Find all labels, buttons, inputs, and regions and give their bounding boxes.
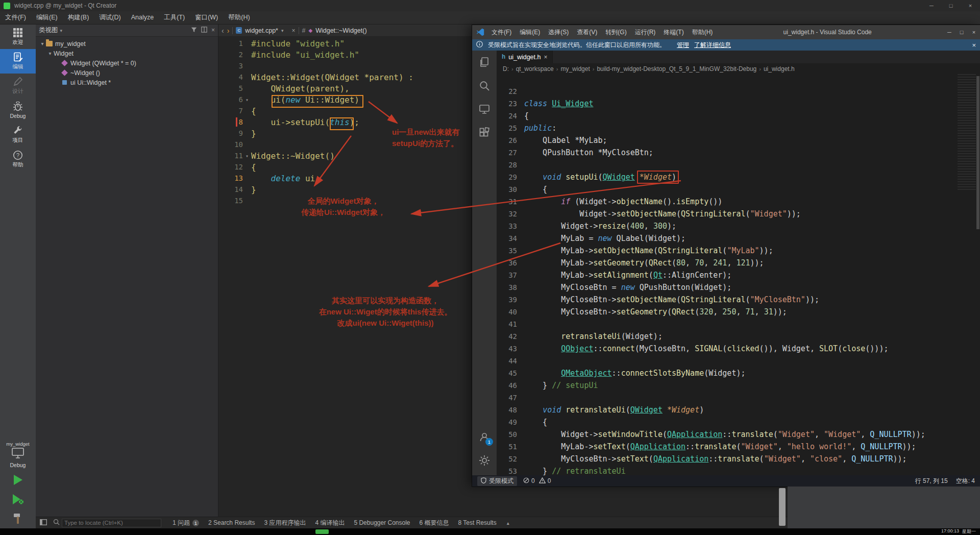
settings-gear-icon[interactable] bbox=[472, 449, 497, 472]
code-line[interactable]: 42 retranslateUi(Widget); bbox=[497, 330, 956, 343]
expander-icon[interactable]: ▾ bbox=[39, 41, 46, 46]
scrollbar-thumb[interactable] bbox=[976, 76, 979, 229]
output-pane-button[interactable]: 8 Test Results bbox=[458, 519, 497, 527]
open-document-selector[interactable]: widget.cpp* bbox=[245, 27, 278, 34]
code-line[interactable]: 34 MyLab = new QLabel(Widget); bbox=[497, 232, 956, 245]
cursor-position-status[interactable]: 行 57, 列 15 bbox=[915, 477, 948, 485]
code-line[interactable]: 1#include "widget.h" bbox=[218, 38, 472, 49]
code-line[interactable]: 27 QPushButton *MyCloseBtn; bbox=[497, 147, 956, 159]
mode-design[interactable]: 设计 bbox=[0, 74, 36, 98]
back-icon[interactable]: ‹ bbox=[222, 27, 224, 34]
vscode-menu-item[interactable]: 转到(G) bbox=[601, 26, 630, 39]
vscode-menu-item[interactable]: 文件(F) bbox=[487, 26, 516, 39]
code-line[interactable]: 33 Widget->resize(400, 300); bbox=[497, 220, 956, 232]
minimize-button[interactable]: ─ bbox=[943, 25, 955, 39]
qt-menu-item[interactable]: 编辑(E) bbox=[31, 11, 63, 24]
breadcrumb-item[interactable]: qt_workspace bbox=[516, 65, 554, 72]
code-line[interactable]: 44 bbox=[497, 355, 956, 367]
code-line[interactable]: 38 MyCloseBtn = new QPushButton(Widget); bbox=[497, 281, 956, 294]
symbol-selector[interactable]: Widget::~Widget() bbox=[315, 27, 366, 34]
code-line[interactable]: 41 bbox=[497, 318, 956, 330]
explorer-icon[interactable] bbox=[472, 51, 497, 74]
output-pane-button[interactable]: 6 概要信息 bbox=[420, 519, 449, 527]
code-line[interactable]: 53 } // retranslateUi bbox=[497, 465, 956, 475]
code-line[interactable]: 14} bbox=[218, 184, 472, 195]
close-button[interactable]: × bbox=[968, 25, 980, 39]
indentation-status[interactable]: 空格: 4 bbox=[956, 477, 975, 485]
tree-item-ui-ui-widget[interactable]: ui Ui::Widget * bbox=[36, 78, 218, 87]
tab-ui-widget-h[interactable]: h ui_widget.h × bbox=[497, 51, 553, 63]
vscode-menu-item[interactable]: 编辑(E) bbox=[516, 26, 544, 39]
tab-close-icon[interactable]: × bbox=[544, 54, 547, 61]
expander-icon[interactable]: ▾ bbox=[46, 51, 54, 56]
hash-icon[interactable]: # bbox=[302, 27, 306, 34]
code-line[interactable]: 24{ bbox=[497, 110, 956, 122]
output-pane-chevron-icon[interactable]: ▴ bbox=[507, 520, 509, 526]
output-panel-toggle-icon[interactable] bbox=[40, 518, 47, 527]
vscode-menu-item[interactable]: 帮助(H) bbox=[688, 26, 717, 39]
chevron-down-icon[interactable]: ▾ bbox=[281, 28, 284, 33]
breadcrumb-item[interactable]: D: bbox=[503, 65, 509, 72]
qt-menu-item[interactable]: 构建(B) bbox=[63, 11, 94, 24]
close-button[interactable]: × bbox=[961, 0, 980, 11]
manage-link[interactable]: 管理 bbox=[677, 41, 689, 50]
code-line[interactable]: 43 QObject::connect(MyCloseBtn, SIGNAL(c… bbox=[497, 343, 956, 355]
maximize-button[interactable]: □ bbox=[955, 25, 968, 39]
code-line[interactable]: 48 void retranslateUi(QWidget *Widget) bbox=[497, 404, 956, 416]
debug-run-button[interactable] bbox=[0, 490, 36, 509]
output-pane-button[interactable]: 1 问题1 bbox=[173, 519, 199, 527]
output-pane-button[interactable]: 3 应用程序输出 bbox=[264, 519, 306, 527]
code-line[interactable]: 11▾Widget::~Widget() bbox=[218, 150, 472, 161]
code-line[interactable]: 45 QMetaObject::connectSlotsByName(Widge… bbox=[497, 367, 956, 379]
code-line[interactable]: 31 if (Widget->objectName().isEmpty()) bbox=[497, 196, 956, 208]
code-line[interactable]: 32 Widget->setObjectName(QStringLiteral(… bbox=[497, 208, 956, 220]
code-line[interactable]: 39 MyCloseBtn->setObjectName(QStringLite… bbox=[497, 294, 956, 306]
code-line[interactable]: 2#include "ui_widget.h" bbox=[218, 49, 472, 60]
sidebar-mode-select[interactable]: 类视图 bbox=[39, 26, 58, 35]
minimap[interactable] bbox=[958, 74, 976, 191]
code-line[interactable]: 40 MyCloseBtn->setGeometry(QRect(320, 25… bbox=[497, 306, 956, 318]
code-line[interactable]: 12{ bbox=[218, 161, 472, 173]
qt-menu-item[interactable]: 帮助(H) bbox=[223, 11, 255, 24]
editor-scrollbar[interactable] bbox=[976, 74, 980, 475]
code-line[interactable]: 28 bbox=[497, 159, 956, 171]
code-line[interactable]: 23class Ui_Widget bbox=[497, 98, 956, 110]
breadcrumb-item[interactable]: my_widget bbox=[560, 65, 590, 72]
mode-debug[interactable]: Debug bbox=[0, 98, 36, 123]
vscode-menu-item[interactable]: 选择(S) bbox=[544, 26, 573, 39]
output-pane-button[interactable]: 4 编译输出 bbox=[315, 519, 345, 527]
close-icon[interactable]: × bbox=[211, 27, 215, 34]
code-line[interactable]: 36 MyLab->setGeometry(QRect(80, 70, 241,… bbox=[497, 257, 956, 269]
vscode-menu-item[interactable]: 终端(T) bbox=[659, 26, 688, 39]
qt-menu-item[interactable]: 文件(F) bbox=[0, 11, 31, 24]
qt-menu-item[interactable]: 调试(D) bbox=[94, 11, 126, 24]
locator-input[interactable] bbox=[62, 519, 161, 527]
mode-edit[interactable]: 编辑 bbox=[0, 49, 36, 74]
restricted-mode-status[interactable]: 受限模式 bbox=[477, 476, 517, 486]
tree-item-widget[interactable]: ~Widget () bbox=[36, 68, 218, 78]
code-line[interactable]: 47 bbox=[497, 392, 956, 404]
code-line[interactable]: 5 QWidget(parent), bbox=[218, 83, 472, 94]
tree-item-my_widget[interactable]: ▾my_widget bbox=[36, 39, 218, 48]
qt-editor-scrollbar[interactable] bbox=[779, 488, 786, 526]
tree-item-widget-qwidget-0[interactable]: Widget (QWidget * = 0) bbox=[36, 58, 218, 68]
taskbar-clock[interactable]: 17:00:13 星期一 bbox=[941, 528, 980, 535]
code-line[interactable]: 46 } // setupUi bbox=[497, 379, 956, 392]
qt-menu-item[interactable]: 工具(T) bbox=[159, 11, 190, 24]
code-line[interactable]: 37 MyLab->setAlignment(Qt::AlignCenter); bbox=[497, 269, 956, 281]
run-button[interactable] bbox=[0, 470, 36, 490]
fold-arrow-icon[interactable]: ▾ bbox=[243, 97, 251, 103]
build-hammer-button[interactable] bbox=[0, 509, 36, 528]
minimize-button[interactable]: ─ bbox=[922, 0, 941, 11]
fold-arrow-icon[interactable]: ▾ bbox=[243, 153, 251, 159]
chevron-down-icon[interactable]: ▾ bbox=[60, 28, 63, 33]
code-line[interactable]: 3 bbox=[218, 60, 472, 71]
search-icon[interactable] bbox=[472, 74, 497, 98]
close-document-icon[interactable]: × bbox=[292, 27, 296, 34]
split-icon[interactable] bbox=[201, 27, 207, 34]
output-pane-button[interactable]: 5 Debugger Console bbox=[354, 519, 410, 527]
qt-menu-item[interactable]: 窗口(W) bbox=[190, 11, 223, 24]
code-line[interactable]: 4Widget::Widget(QWidget *parent) : bbox=[218, 71, 472, 83]
breadcrumb-item[interactable]: build-my_widget-Desktop_Qt_5_9_1_MinGW_3… bbox=[597, 65, 756, 72]
kit-selector[interactable]: my_widget Debug bbox=[0, 439, 36, 470]
